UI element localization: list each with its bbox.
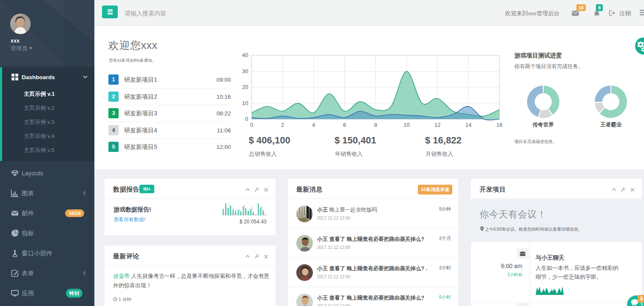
svg-text:16: 16 bbox=[496, 122, 502, 128]
svg-text:0: 0 bbox=[245, 116, 248, 122]
svg-text:10: 10 bbox=[242, 100, 248, 106]
svg-text:8: 8 bbox=[374, 122, 377, 128]
svg-text:10: 10 bbox=[403, 122, 409, 128]
svg-text:0: 0 bbox=[250, 122, 253, 128]
svg-text:30: 30 bbox=[242, 68, 248, 74]
svg-text:40: 40 bbox=[242, 52, 248, 58]
svg-text:20: 20 bbox=[242, 84, 248, 90]
svg-text:6: 6 bbox=[343, 122, 346, 128]
svg-text:14: 14 bbox=[465, 122, 471, 128]
svg-text:2: 2 bbox=[281, 122, 284, 128]
svg-text:4: 4 bbox=[312, 122, 315, 128]
svg-text:12: 12 bbox=[434, 122, 440, 128]
